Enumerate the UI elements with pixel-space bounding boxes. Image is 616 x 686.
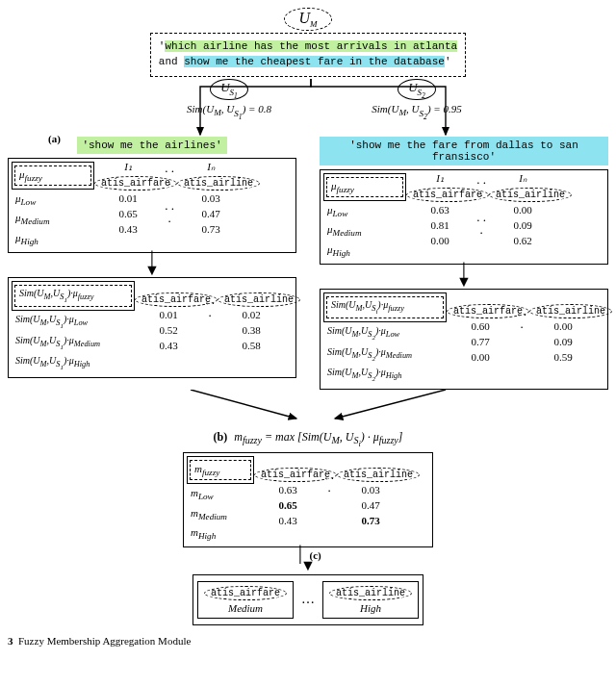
- utterance-box: 'which airline has the most arrivals in …: [150, 33, 466, 77]
- final-box: atis_airfare Medium … atis_airline High: [192, 574, 424, 625]
- simmu-table-left: Sim(UM,US1)·μfuzzy Sim(UM,US1)·μLow Sim(…: [8, 277, 296, 378]
- phrase-left: 'show me the airlines': [77, 137, 226, 154]
- sim-right: Sim(UM, US2) = 0.95: [340, 103, 494, 120]
- arrow-down-icon: │▼: [320, 266, 608, 287]
- final-cell-right: atis_airline High: [322, 581, 419, 619]
- um-label: UM: [284, 8, 331, 31]
- figure-caption: 3 Fuzzy Membership Aggregation Module: [8, 635, 608, 647]
- ellipsis-icon: …: [301, 592, 315, 607]
- mu-table-right: μfuzzy μLow μMedium μHigh I₁ atis_airfar…: [320, 169, 608, 265]
- utterance-part-2: show me the cheapest fare in the databas…: [184, 56, 445, 67]
- edge-left-label: US1: [210, 79, 248, 100]
- ellipsis-icon: . . .. . .: [162, 162, 177, 249]
- final-cell-left: atis_airfare Medium: [197, 581, 294, 619]
- mu-table-left: μfuzzy μLow μMedium μHigh I₁ atis_airfar…: [8, 158, 296, 253]
- utterance-part-1: which airline has the most arrivals in a…: [165, 40, 457, 52]
- arrow-down-icon: │ (c)▼: [8, 548, 608, 571]
- mu-row-header: μfuzzy: [14, 165, 91, 186]
- sim-left: Sim(UM, US1) = 0.8: [162, 103, 296, 120]
- edge-right-label: US2: [398, 79, 436, 100]
- right-column: 'show me the fare from dallas to san fra…: [320, 137, 608, 390]
- arrow-down-icon: │▼: [8, 254, 296, 275]
- m-table: mfuzzy mLow mMedium mHigh atis_airfare 0…: [183, 452, 433, 547]
- formula-b: (b) mfuzzy = max [Sim(UM, USi) · μfuzzy]: [8, 430, 608, 448]
- phrase-right: 'show me the fare from dallas to san fra…: [320, 137, 608, 165]
- simmu-table-right: Sim(UM,USi)·μfuzzy Sim(UM,US2)·μLow Sim(…: [320, 289, 608, 390]
- left-column: 'show me the airlines' μfuzzy μLow μMedi…: [8, 137, 296, 390]
